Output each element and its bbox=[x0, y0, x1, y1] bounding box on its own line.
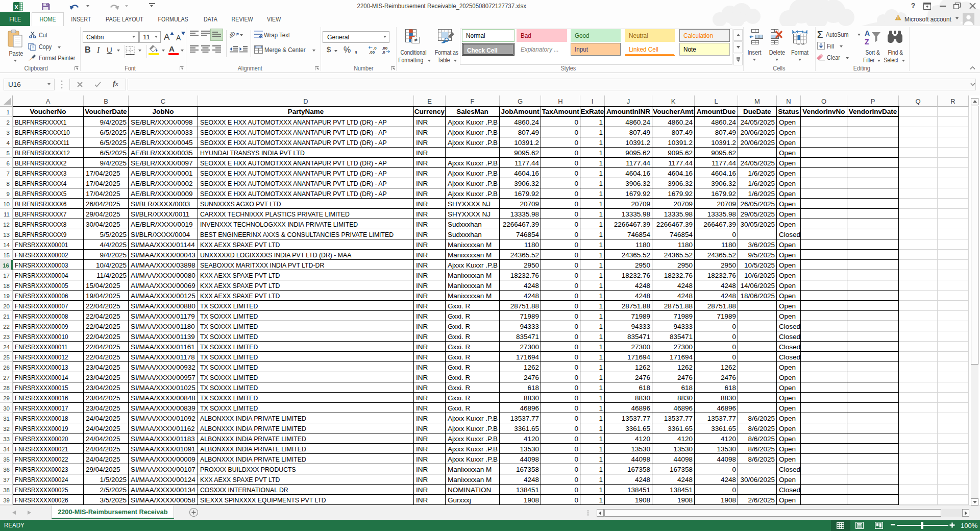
svg-text:!: ! bbox=[897, 15, 899, 20]
svg-text:Z: Z bbox=[865, 38, 869, 45]
svg-text:.0: .0 bbox=[382, 50, 385, 54]
svg-text:A: A bbox=[865, 29, 870, 37]
svg-text:ab: ab bbox=[230, 30, 237, 39]
svg-text:.00: .00 bbox=[369, 50, 375, 54]
svg-text:≠: ≠ bbox=[414, 37, 417, 43]
